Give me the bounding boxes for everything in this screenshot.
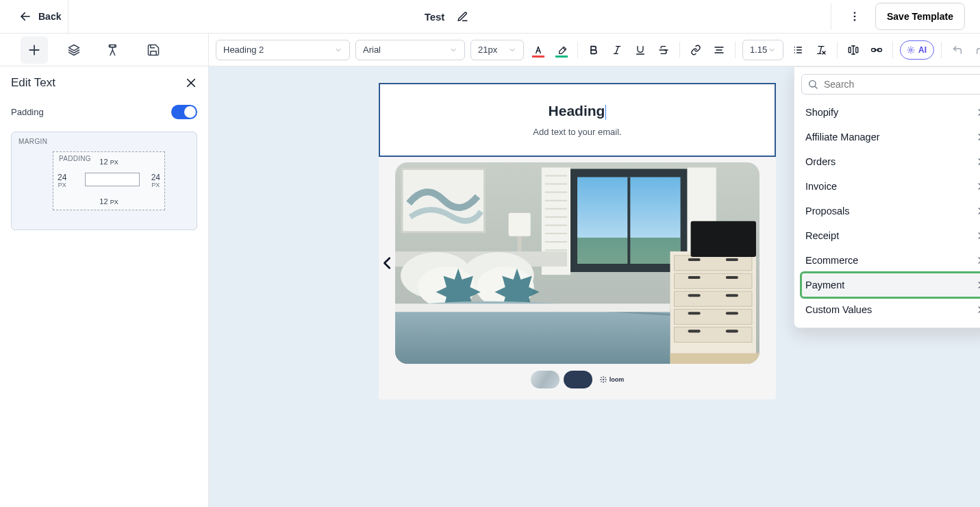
header-center: Test [68,4,831,29]
svg-rect-64 [688,258,701,261]
font-size-select[interactable]: 21px [470,40,524,60]
more-menu-button[interactable] [842,4,867,29]
padding-box: PADDING 12 PX 12 PX 24PX 24PX [53,151,165,210]
dropdown-item-ecommerce[interactable]: Ecommerce [801,248,980,273]
page-title: Test [425,11,445,23]
loom-badge: loom [599,375,625,384]
divider [735,42,736,58]
svg-rect-54 [509,213,531,236]
padding-top-value[interactable]: 12 PX [99,158,118,166]
dropdown-item-proposals[interactable]: Proposals [801,199,980,223]
padding-right-value[interactable]: 24PX [151,173,160,188]
dropdown-item-orders[interactable]: Orders [801,149,980,174]
svg-rect-62 [675,309,752,324]
bedroom-image [395,162,759,364]
editor-area: Heading 2 Arial 21px 1.15 [209,34,980,507]
prev-slide-button[interactable] [376,251,399,275]
video-thumbnail[interactable] [531,371,560,388]
highlight-color-button[interactable] [553,41,570,59]
subheading-text[interactable]: Add text to your email. [533,127,621,137]
ai-label: AI [918,45,927,55]
panel-title: Edit Text [11,76,55,90]
back-label[interactable]: Back [38,11,61,22]
heading-style-select[interactable]: Heading 2 [216,40,350,60]
text-toolbar: Heading 2 Arial 21px 1.15 [209,34,980,66]
strikethrough-button[interactable] [655,41,673,59]
search-icon [807,79,818,90]
align-button[interactable] [710,41,728,59]
back-arrow-icon[interactable] [19,10,32,23]
canvas[interactable]: Heading Add text to your email. [209,66,980,507]
image-block[interactable] [395,162,759,364]
add-element-button[interactable] [21,36,48,64]
app-header: Back Test Save Template [0,0,980,34]
italic-button[interactable] [608,41,626,59]
undo-button[interactable] [948,41,966,59]
clear-format-button[interactable] [812,41,830,59]
chevron-right-icon [975,182,980,191]
chevron-right-icon [975,256,980,265]
selected-text-block[interactable]: Heading Add text to your email. [379,83,776,157]
chevron-down-icon [449,46,457,54]
link-button[interactable] [687,41,705,59]
format-button[interactable] [100,36,127,64]
dropdown-item-shopify[interactable]: Shopify [801,100,980,125]
svg-rect-72 [688,330,701,332]
svg-rect-65 [726,258,738,261]
bold-button[interactable] [585,41,603,59]
chevron-right-icon [975,280,980,290]
svg-line-87 [601,377,602,378]
svg-rect-61 [675,291,752,306]
line-height-select[interactable]: 1.15 [742,40,783,60]
svg-rect-67 [726,276,738,279]
dropdown-item-receipt[interactable]: Receipt [801,223,980,248]
divider [892,42,893,58]
insert-text-button[interactable] [844,41,862,59]
edit-text-panel: Edit Text Padding MARGIN PADDING 12 PX 1… [0,66,208,240]
chevron-right-icon [975,231,980,240]
svg-rect-59 [675,256,752,271]
ai-assist-button[interactable]: AI [900,40,934,60]
insert-link-button[interactable] [868,41,885,59]
redo-button[interactable] [972,41,980,59]
svg-rect-74 [691,221,756,257]
video-presenter-avatar[interactable] [564,371,592,388]
heading-text[interactable]: Heading [549,103,607,119]
edit-title-icon[interactable] [450,4,475,29]
dropdown-search[interactable] [801,74,980,95]
dropdown-item-payment[interactable]: Payment [801,273,980,297]
font-family-select[interactable]: Arial [355,40,465,60]
dropdown-item-invoice[interactable]: Invoice [801,174,980,199]
svg-point-2 [854,16,856,18]
svg-point-3 [854,19,856,21]
svg-rect-73 [726,330,738,332]
padding-toggle[interactable] [171,105,197,119]
loom-label: loom [610,376,625,383]
bullet-list-button[interactable] [789,41,807,59]
underline-button[interactable] [631,41,649,59]
text-color-button[interactable] [529,41,547,59]
left-panel: Edit Text Padding MARGIN PADDING 12 PX 1… [0,34,209,507]
svg-rect-28 [849,47,851,53]
dropdown-search-input[interactable] [822,78,980,90]
svg-point-19 [794,47,796,48]
save-section-button[interactable] [140,36,167,64]
svg-line-90 [601,381,602,382]
text-cursor [605,105,606,120]
dropdown-item-affiliate-manager[interactable]: Affiliate Manager [801,125,980,149]
chevron-right-icon [975,157,980,166]
padding-bottom-value[interactable]: 12 PX [99,197,118,206]
svg-point-82 [603,379,604,380]
save-template-button[interactable]: Save Template [875,3,965,30]
dropdown-item-custom-values[interactable]: Custom Values [801,297,980,322]
svg-rect-63 [675,327,752,342]
padding-left-value[interactable]: 24PX [58,173,66,188]
close-panel-icon[interactable] [185,77,197,89]
svg-rect-71 [726,312,738,314]
header-left: Back [0,0,68,33]
chevron-down-icon [334,46,342,54]
divider [679,42,680,58]
layers-button[interactable] [60,36,88,64]
content-rect [85,173,140,186]
svg-rect-80 [395,304,670,312]
